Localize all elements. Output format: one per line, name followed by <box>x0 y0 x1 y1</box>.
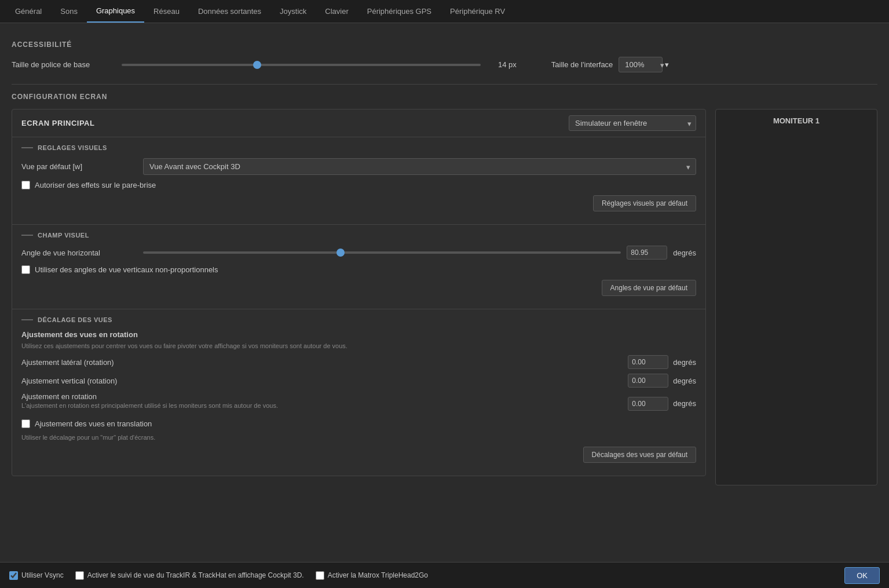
vue-par-defaut-select-wrapper: Vue Avant avec Cockpit 3D Vue extérieure… <box>143 158 696 175</box>
vsync-checkbox[interactable] <box>9 571 18 580</box>
interface-size-chevron: ▾ <box>665 60 669 69</box>
config-ecran-title: CONFIGURATION ECRAN <box>12 93 877 101</box>
angle-row: Angle de vue horizontal degrés <box>21 246 696 260</box>
rotation-row: Ajustement en rotation L'ajustement en r… <box>21 392 696 415</box>
right-panel: MONITEUR 1 <box>715 109 877 485</box>
vue-par-defaut-row: Vue par défaut [w] Vue Avant avec Cockpi… <box>21 158 696 175</box>
translation-desc: Utiliser le décalage pour un "mur" plat … <box>21 434 696 441</box>
angle-label: Angle de vue horizontal <box>21 249 137 257</box>
nav-donnees-sortantes[interactable]: Données sortantes <box>189 0 270 23</box>
reglages-line <box>21 147 33 148</box>
non-proportionnel-row: Utiliser des angles de vue verticaux non… <box>21 265 696 274</box>
rotation-title: Ajustement des vues en rotation <box>21 330 696 339</box>
pare-brise-row: Autoriser des effets sur le pare-brise <box>21 181 696 189</box>
reglages-btn-row: Réglages visuels par défaut <box>21 195 696 211</box>
interface-size-row: Taille de l'interface 75% 100% 125% 150%… <box>551 57 669 72</box>
decalage-line <box>21 319 33 320</box>
translation-checkbox[interactable] <box>21 419 30 428</box>
vue-par-defaut-select[interactable]: Vue Avant avec Cockpit 3D Vue extérieure… <box>143 158 696 175</box>
reglages-visuels-section: REGLAGES VISUELS Vue par défaut [w] Vue … <box>12 137 705 224</box>
vsync-label: Utiliser Vsync <box>21 571 64 579</box>
reglages-visuels-par-defaut-button[interactable]: Réglages visuels par défaut <box>593 195 696 211</box>
lateral-unit: degrés <box>673 358 696 367</box>
ok-button[interactable]: OK <box>844 567 880 584</box>
top-navigation: Général Sons Graphiques Réseau Données s… <box>0 0 889 23</box>
ecran-principal-header: ECRAN PRINCIPAL Simulateur en fenêtre Pl… <box>12 109 705 137</box>
champ-visuel-line <box>21 235 33 236</box>
vue-par-defaut-label: Vue par défaut [w] <box>21 162 137 171</box>
champ-visuel-section: CHAMP VISUEL Angle de vue horizontal deg… <box>12 224 705 309</box>
ecran-principal-section: ECRAN PRINCIPAL Simulateur en fenêtre Pl… <box>12 109 706 476</box>
nav-peripheriques-gps[interactable]: Périphériques GPS <box>358 0 441 23</box>
accessibility-title: ACCESSIBILITÉ <box>12 41 877 49</box>
vertical-input[interactable] <box>628 374 668 388</box>
vertical-row: Ajustement vertical (rotation) degrés <box>21 374 696 388</box>
translation-label: Ajustement des vues en translation <box>35 419 152 428</box>
reglages-visuels-header: REGLAGES VISUELS <box>21 144 696 151</box>
interface-size-select-wrapper: 75% 100% 125% 150% ▾ <box>619 57 669 72</box>
font-size-slider[interactable] <box>122 64 481 66</box>
interface-size-select[interactable]: 75% 100% 125% 150% <box>619 57 663 72</box>
bottom-bar: Utiliser Vsync Activer le suivi de vue d… <box>0 562 889 588</box>
main-content: ACCESSIBILITÉ Taille de police de base 1… <box>0 23 889 562</box>
nav-reseau[interactable]: Réseau <box>144 0 189 23</box>
accessibility-row: Taille de police de base 14 px Taille de… <box>12 57 877 72</box>
translation-row: Ajustement des vues en translation <box>21 419 696 428</box>
vertical-label: Ajustement vertical (rotation) <box>21 377 628 385</box>
pare-brise-checkbox[interactable] <box>21 181 30 189</box>
rotation-label: Ajustement en rotation <box>21 392 97 401</box>
non-proportionnel-label: Utiliser des angles de vue verticaux non… <box>35 265 218 274</box>
ecran-principal-title: ECRAN PRINCIPAL <box>21 119 94 127</box>
nav-joystick[interactable]: Joystick <box>270 0 316 23</box>
interface-size-label: Taille de l'interface <box>551 60 613 69</box>
rotation-desc: Utilisez ces ajustements pour centrer vo… <box>21 342 696 349</box>
trackir-checkbox[interactable] <box>75 571 84 580</box>
angle-unit: degrés <box>673 249 696 257</box>
angles-par-defaut-button[interactable]: Angles de vue par défaut <box>602 280 696 296</box>
ecran-principal-select[interactable]: Simulateur en fenêtre Plein écran Fenêtr… <box>569 115 696 131</box>
font-size-label: Taille de police de base <box>12 60 110 69</box>
nav-clavier[interactable]: Clavier <box>316 0 357 23</box>
decalage-des-vues-section: DÉCALAGE DES VUES Ajustement des vues en… <box>12 309 705 476</box>
vertical-unit: degrés <box>673 377 696 385</box>
angles-btn-row: Angles de vue par défaut <box>21 280 696 296</box>
nav-sons[interactable]: Sons <box>51 0 87 23</box>
decalage-title: DÉCALAGE DES VUES <box>38 316 112 323</box>
decalages-btn-row: Décalages des vues par défaut <box>21 447 696 463</box>
nav-graphiques[interactable]: Graphiques <box>87 0 144 23</box>
matrox-checkbox[interactable] <box>316 571 324 580</box>
matrox-label: Activer la Matrox TripleHead2Go <box>328 571 428 579</box>
rotation-unit: degrés <box>673 399 696 408</box>
angle-input[interactable] <box>627 246 667 260</box>
font-size-value: 14 px <box>498 60 517 69</box>
non-proportionnel-checkbox[interactable] <box>21 265 30 274</box>
rotation-sub-desc: L'ajustement en rotation est principalem… <box>21 402 628 409</box>
lateral-label: Ajustement latéral (rotation) <box>21 358 628 367</box>
ecran-principal-select-wrapper: Simulateur en fenêtre Plein écran Fenêtr… <box>569 115 696 131</box>
angle-slider-container: degrés <box>143 246 696 260</box>
champ-visuel-title: CHAMP VISUEL <box>38 232 89 239</box>
vsync-row: Utiliser Vsync <box>9 571 64 580</box>
reglages-visuels-title: REGLAGES VISUELS <box>38 144 107 151</box>
angle-slider[interactable] <box>143 251 621 254</box>
nav-general[interactable]: Général <box>6 0 51 23</box>
champ-visuel-header: CHAMP VISUEL <box>21 232 696 239</box>
matrox-row: Activer la Matrox TripleHead2Go <box>316 571 428 580</box>
decalage-header: DÉCALAGE DES VUES <box>21 316 696 323</box>
lateral-row: Ajustement latéral (rotation) degrés <box>21 355 696 369</box>
pare-brise-label: Autoriser des effets sur le pare-brise <box>35 181 156 189</box>
rotation-input[interactable] <box>628 397 668 411</box>
nav-peripherique-rv[interactable]: Périphérique RV <box>441 0 514 23</box>
main-panel: ECRAN PRINCIPAL Simulateur en fenêtre Pl… <box>12 109 877 485</box>
left-panel: ECRAN PRINCIPAL Simulateur en fenêtre Pl… <box>12 109 706 485</box>
lateral-input[interactable] <box>628 355 668 369</box>
decalages-par-defaut-button[interactable]: Décalages des vues par défaut <box>583 447 696 463</box>
monitor-label: MONITEUR 1 <box>773 116 820 125</box>
trackir-row: Activer le suivi de vue du TrackIR & Tra… <box>75 571 304 580</box>
trackir-label: Activer le suivi de vue du TrackIR & Tra… <box>87 571 304 579</box>
